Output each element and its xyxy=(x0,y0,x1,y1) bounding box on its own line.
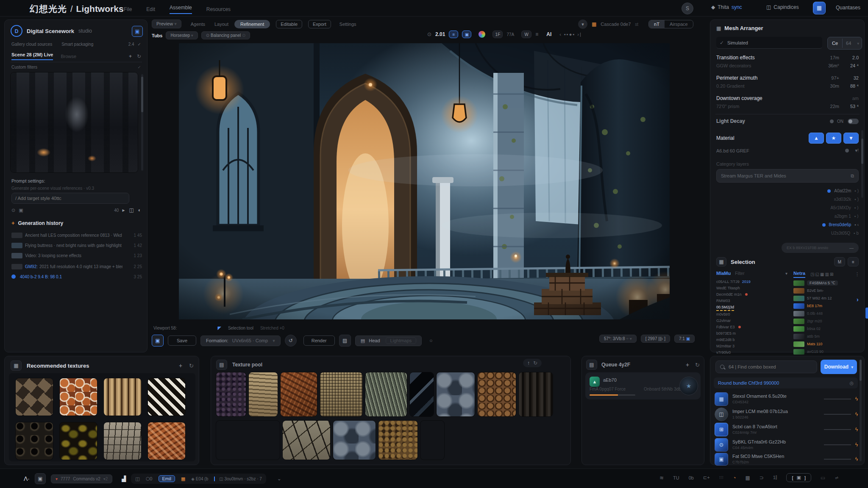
download-button[interactable]: Download ▾ xyxy=(821,360,857,374)
render-button[interactable]: Render xyxy=(303,336,335,346)
asset-row[interactable]: Fdbivar E3 xyxy=(716,324,788,330)
prop-label[interactable]: Perimeter azimuth xyxy=(716,75,757,81)
download-item[interactable]: ◫ Imper LCM me08 07b12ua1 b02246 ϟ xyxy=(715,407,858,421)
flag-row[interactable]: A5r1MXDy ▪ ⟩ xyxy=(774,205,859,210)
prop-sub-value-2[interactable]: 53 ⁴ xyxy=(839,104,859,109)
custom-filters-label[interactable]: Custom filters xyxy=(11,65,37,69)
flag-row[interactable]: a2bgm 1 ▪ ⟩ xyxy=(774,214,859,219)
dock-window-icon[interactable]: ◫ xyxy=(135,476,139,482)
decay-toggle[interactable] xyxy=(848,119,859,124)
thumb-row[interactable]: F4SBMAs 5 ℃ xyxy=(793,279,860,287)
edge-tab[interactable] xyxy=(865,308,868,319)
segment-a[interactable]: nT xyxy=(649,20,665,28)
head-group[interactable]: ▤ Head Lightmaps xyxy=(355,336,422,346)
copy-icon[interactable]: ⧉ xyxy=(851,173,854,179)
texture-tile-bw-weave[interactable] xyxy=(148,378,185,416)
meter-dim-icon[interactable]: ⁝⁝⁝ xyxy=(719,475,724,480)
dock-orange-chip[interactable]: ◈ E04 (b xyxy=(191,477,208,481)
asset-row[interactable]: RMW03 xyxy=(716,297,788,304)
material-up-button[interactable]: ▲ xyxy=(809,133,824,144)
right-column-header[interactable]: Netra xyxy=(793,271,805,278)
loop-icon[interactable]: ○ xyxy=(429,338,432,344)
gizmo-icon[interactable]: ⊙ xyxy=(427,31,431,37)
download-item[interactable]: ⊙ SyBKL GTnta0r6 Gz22HbC04 45m4m ϟ xyxy=(715,438,858,452)
prop-sub-label[interactable]: 72'0" prism xyxy=(716,104,739,109)
refresh-icon[interactable]: ↻ xyxy=(137,53,141,59)
browser-next-arrow[interactable]: › xyxy=(857,296,859,303)
dock-active-chip[interactable]: Emil xyxy=(159,475,175,482)
prompt-image-icon[interactable]: ▣ xyxy=(19,208,23,213)
library-scrollbar[interactable] xyxy=(141,74,143,171)
downloads-search-input[interactable] xyxy=(728,364,810,370)
menu-file[interactable]: File xyxy=(124,6,132,12)
scene-canvas[interactable] xyxy=(179,43,670,319)
texture-tile-grey-cracked[interactable] xyxy=(104,422,141,460)
download-item[interactable]: ▣ Fat 5tC0 Mtwe C5K5HenC7b7b2m ϟ xyxy=(715,453,858,466)
dock-wide-chip[interactable]: ◫ 3ou0tmvn · s2bz · 7 xyxy=(214,477,262,481)
user-avatar[interactable]: S xyxy=(682,3,693,14)
prop-sub-value-2[interactable]: 88 ⁴ xyxy=(839,83,859,89)
zoom-value[interactable]: 2.01 xyxy=(435,31,445,37)
mail-icon[interactable]: ◫ xyxy=(129,207,134,213)
bolt-icon[interactable]: ϟ xyxy=(855,456,858,462)
history-row[interactable]: Video: 3 looping scene effects 1 23 xyxy=(11,251,142,260)
thumb-row[interactable]: 57 W92 4m 12 xyxy=(793,294,860,302)
formation-dropdown[interactable]: Formation: UVx6n65 · Comp ▾ xyxy=(200,336,281,346)
bundle-link-row[interactable]: Round bundle Chf3rd 990000 ◎ xyxy=(714,377,858,388)
queue-card[interactable]: ▲ aEb70 FmA 0pgq07 Force Onboard 5thNb 3… xyxy=(585,372,701,399)
texture-tile-copper-relief[interactable] xyxy=(148,422,185,460)
history-row[interactable]: 4040 b-2 9.4 B: 98 0.1 3 25 xyxy=(11,272,142,281)
history-link[interactable]: GM92: xyxy=(25,264,38,269)
inspector-scrollbar[interactable] xyxy=(861,130,863,198)
texture-tile-stone-checker[interactable] xyxy=(16,378,53,416)
thumb-tools-icons[interactable]: ◳◱▦▥⊞ xyxy=(810,272,834,277)
pool-tile-bark-planks[interactable] xyxy=(216,421,280,460)
tab-refinement[interactable]: Refinement xyxy=(234,20,270,28)
texture-tile-rust-honeycomb[interactable] xyxy=(60,378,97,416)
tab-scene-live[interactable]: Scene 28 (2M) Live xyxy=(11,52,53,60)
link-icon[interactable]: ⊃ xyxy=(760,475,764,481)
flag-row[interactable]: U2s3t05Q ▪ b xyxy=(774,231,859,236)
capture-chip[interactable]: [ ▣ ] xyxy=(786,473,811,482)
asset-row[interactable]: Decm0dE m1n xyxy=(716,291,788,297)
prop-value-2[interactable]: 32 xyxy=(839,75,859,80)
queue-refresh-icon[interactable]: ↻ xyxy=(695,362,700,368)
tab-editable[interactable]: Editable xyxy=(276,20,302,28)
texture-tile-dark-porous[interactable] xyxy=(16,422,53,460)
pool-tile-tan-fur[interactable] xyxy=(249,372,278,416)
bolt-icon[interactable]: ϟ xyxy=(855,396,858,402)
thumb-row[interactable]: b9sa 02 xyxy=(793,325,860,333)
pool-tile-grey-crack-rock[interactable] xyxy=(283,421,330,460)
pool-tile-blue-rock[interactable] xyxy=(437,372,475,416)
asset-row[interactable]: m0v5tr0 xyxy=(716,311,788,317)
preview-dropdown[interactable]: Preview ▾ xyxy=(152,19,181,28)
history-plus-icon[interactable]: + xyxy=(11,220,15,226)
history-row[interactable]: Ancient hall LES composition reference 0… xyxy=(11,231,142,239)
pool-tile-woven-tan[interactable] xyxy=(320,372,362,416)
pool-tile-stone-grey[interactable] xyxy=(333,421,376,460)
equalizer-icon[interactable]: ⩫ xyxy=(835,475,839,481)
sort-up-icon[interactable]: ↑ xyxy=(527,360,530,366)
asset-row[interactable]: b0973E5 m xyxy=(716,330,788,336)
tab-settings[interactable]: Settings xyxy=(339,22,356,27)
prop-value-1[interactable]: 17m xyxy=(830,55,839,60)
material-down-button[interactable]: ▼ xyxy=(843,133,859,144)
eye-icon[interactable]: ◐ xyxy=(138,207,141,213)
commands-pill[interactable]: ▾ 7777 Commands v2 ▾2 xyxy=(51,474,112,483)
asset-row[interactable]: v7r90lv0 xyxy=(716,349,788,355)
pie-icon[interactable]: ◔ xyxy=(733,475,736,481)
prompt-settings-icon[interactable]: ⊙ xyxy=(11,208,15,213)
minimize-icon[interactable]: ▭ xyxy=(821,475,825,481)
downloads-scrollbar[interactable] xyxy=(860,360,862,461)
texture-tile-bark-stripes[interactable] xyxy=(104,378,141,416)
downloads-search[interactable] xyxy=(715,360,817,373)
history-row[interactable]: Flying buttress · next bright ruins with… xyxy=(11,241,142,250)
dock-hex-icon[interactable]: ⬡0 xyxy=(146,476,153,482)
kebab-icon[interactable]: ⋮ xyxy=(855,272,860,277)
selection-m-button[interactable]: M xyxy=(834,257,845,266)
panel-toggle-button[interactable]: ▣ xyxy=(152,335,164,347)
asset-row[interactable]: G2vlmar xyxy=(716,317,788,324)
pool-tile-brown-gravel[interactable] xyxy=(378,421,417,460)
chevron-down-icon[interactable]: ▾ xyxy=(785,271,787,276)
pool-tile-grey-fronds[interactable] xyxy=(365,372,407,416)
